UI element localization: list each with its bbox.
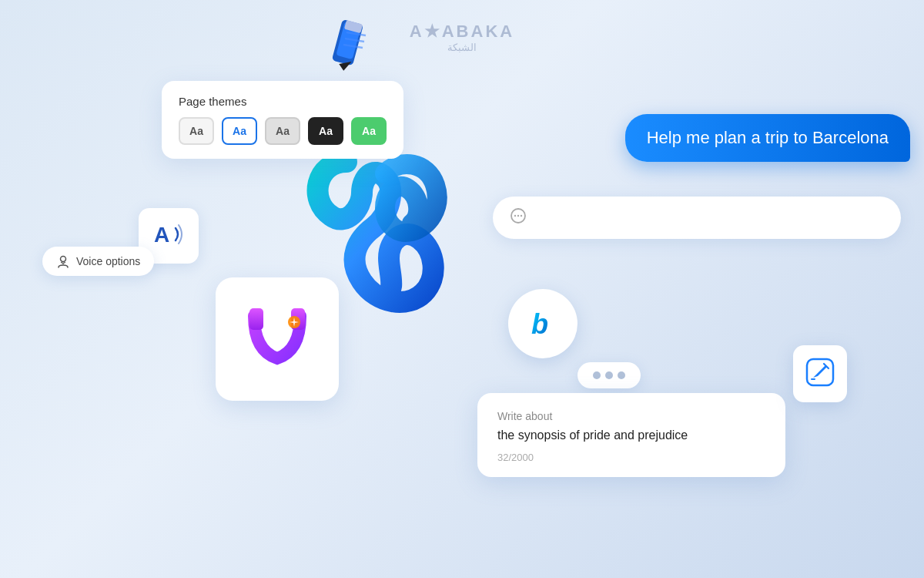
voice-options-label: Voice options (76, 255, 140, 267)
svg-text:b: b (531, 308, 548, 340)
write-about-counter: 32/2000 (497, 452, 765, 463)
svg-point-14 (517, 215, 519, 217)
write-about-input[interactable] (497, 428, 765, 442)
watermark-sub: الشبكة (410, 42, 514, 53)
dots-bubble (578, 362, 641, 388)
help-bubble: Help me plan a trip to Barcelona (625, 114, 910, 162)
chat-input[interactable] (536, 211, 884, 224)
dot-3 (618, 371, 625, 379)
theme-white[interactable]: Aa (179, 117, 214, 145)
bing-chat-bubble[interactable]: b (508, 289, 578, 358)
help-bubble-text: Help me plan a trip to Barcelona (647, 128, 889, 147)
svg-point-15 (521, 215, 522, 217)
theme-green[interactable]: Aa (351, 117, 387, 145)
pencil-icon (331, 15, 385, 80)
theme-blue[interactable]: Aa (222, 117, 257, 145)
theme-gray[interactable]: Aa (265, 117, 300, 145)
svg-text:A: A (154, 223, 169, 247)
voice-options-badge[interactable]: Voice options (42, 247, 154, 276)
chat-input-bar[interactable] (493, 197, 901, 239)
watermark-text: A★ABAKA (410, 22, 514, 42)
dot-2 (605, 371, 613, 379)
watermark: A★ABAKA الشبكة (410, 22, 514, 53)
svg-point-8 (61, 257, 66, 262)
themes-row: Aa Aa Aa Aa Aa (179, 117, 387, 145)
write-about-label: Write about (497, 410, 765, 422)
write-about-card[interactable]: Write about 32/2000 (477, 393, 785, 477)
bing-circle: b (508, 289, 578, 358)
page-themes-title: Page themes (179, 95, 387, 108)
voice-icon (56, 254, 70, 268)
dot-1 (593, 371, 601, 379)
speech-bubble-icon (510, 207, 527, 228)
svg-point-13 (514, 215, 516, 217)
magnet-icon-card[interactable] (216, 277, 339, 401)
page-themes-card: Page themes Aa Aa Aa Aa Aa (162, 81, 403, 159)
theme-black[interactable]: Aa (308, 117, 343, 145)
edit-icon-card[interactable] (793, 345, 847, 402)
svg-rect-9 (249, 308, 263, 330)
